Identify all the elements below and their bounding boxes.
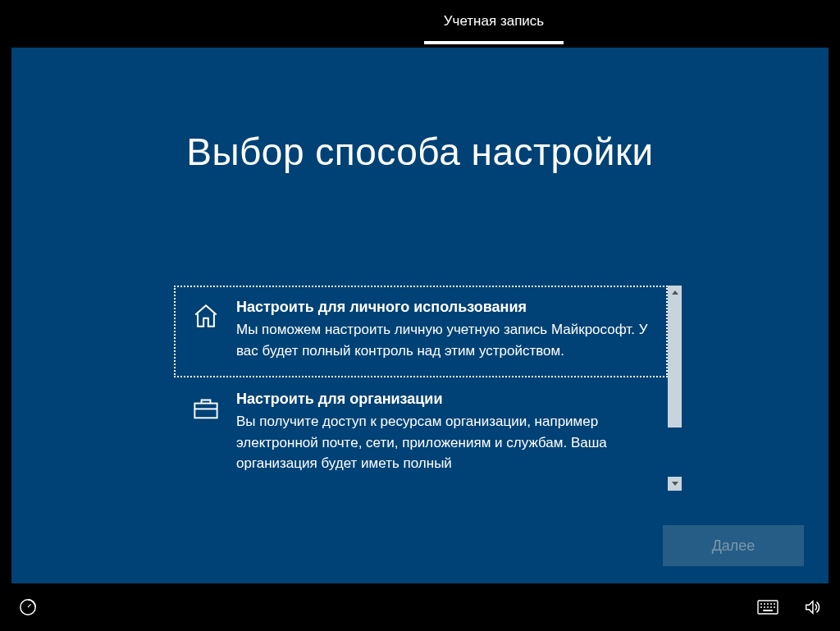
keyboard-icon[interactable] [756, 596, 779, 619]
options-list: Настроить для личного использования Мы п… [174, 286, 668, 491]
option-organization[interactable]: Настроить для организации Вы получите до… [174, 377, 668, 491]
volume-icon[interactable] [801, 596, 824, 619]
main-panel: Выбор способа настройки Настроить для ли… [11, 48, 829, 583]
page-title: Выбор способа настройки [11, 130, 829, 174]
top-bar: Учетная запись [0, 0, 840, 48]
tab-account[interactable]: Учетная запись [424, 0, 564, 44]
option-organization-desc: Вы получите доступ к ресурсам организаци… [236, 411, 651, 474]
scrollbar-arrow-down-icon[interactable] [668, 477, 682, 491]
option-organization-text: Настроить для организации Вы получите до… [236, 391, 651, 474]
next-button[interactable]: Далее [663, 525, 804, 566]
home-icon [190, 300, 221, 332]
option-personal-title: Настроить для личного использования [236, 299, 651, 316]
option-personal-desc: Мы поможем настроить личную учетную запи… [236, 319, 651, 361]
option-organization-title: Настроить для организации [236, 391, 651, 408]
scrollbar-thumb[interactable] [668, 299, 682, 428]
svg-rect-0 [194, 404, 217, 418]
scrollbar-arrow-up-icon[interactable] [668, 286, 682, 299]
briefcase-icon [190, 392, 221, 423]
ease-of-access-icon[interactable] [16, 596, 39, 619]
bottom-bar [0, 583, 840, 631]
option-personal-text: Настроить для личного использования Мы п… [236, 299, 651, 361]
scrollbar[interactable] [668, 286, 682, 491]
option-personal[interactable]: Настроить для личного использования Мы п… [174, 286, 668, 377]
